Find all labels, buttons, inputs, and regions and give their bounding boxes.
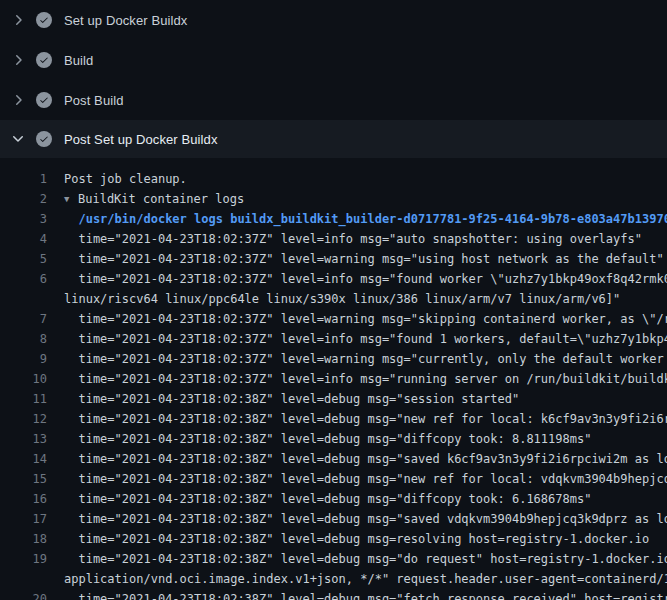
step-title: Post Set up Docker Buildx: [64, 132, 218, 147]
log-text: time="2021-04-23T18:02:38Z" level=debug …: [64, 589, 667, 600]
log-row: 16 time="2021-04-23T18:02:38Z" level=deb…: [0, 489, 667, 509]
chevron-down-icon: [10, 131, 26, 147]
log-row: 3 /usr/bin/docker logs buildx_buildkit_b…: [0, 209, 667, 229]
log-group-caret-icon[interactable]: ▼: [64, 189, 78, 209]
log-row: 5 time="2021-04-23T18:02:37Z" level=warn…: [0, 249, 667, 269]
step-title: Set up Docker Buildx: [64, 13, 187, 28]
line-number[interactable]: 1: [0, 169, 47, 189]
log-row: 7 time="2021-04-23T18:02:37Z" level=warn…: [0, 309, 667, 329]
log-text: time="2021-04-23T18:02:37Z" level=info m…: [64, 329, 667, 349]
log-text: time="2021-04-23T18:02:38Z" level=debug …: [64, 509, 667, 529]
log-row: 11 time="2021-04-23T18:02:38Z" level=deb…: [0, 389, 667, 409]
line-number[interactable]: 4: [0, 229, 47, 249]
step-title: Post Build: [64, 93, 124, 108]
line-number[interactable]: 9: [0, 349, 47, 369]
log-row: 6 time="2021-04-23T18:02:37Z" level=info…: [0, 269, 667, 289]
log-text: time="2021-04-23T18:02:37Z" level=warnin…: [64, 249, 664, 269]
line-number[interactable]: 17: [0, 509, 47, 529]
log-row: 18 time="2021-04-23T18:02:38Z" level=deb…: [0, 529, 667, 549]
log-text: time="2021-04-23T18:02:38Z" level=debug …: [64, 529, 649, 549]
line-number[interactable]: 15: [0, 469, 47, 489]
log-text: time="2021-04-23T18:02:37Z" level=warnin…: [64, 349, 667, 369]
line-number[interactable]: 19: [0, 549, 47, 569]
check-circle-icon: [36, 92, 52, 108]
log-text: ▼BuildKit container logs: [64, 189, 244, 209]
log-text: time="2021-04-23T18:02:37Z" level=warnin…: [64, 309, 667, 329]
check-circle-icon: [36, 131, 52, 147]
chevron-right-icon: [10, 92, 26, 108]
log-row: 10 time="2021-04-23T18:02:37Z" level=inf…: [0, 369, 667, 389]
line-number[interactable]: 18: [0, 529, 47, 549]
step-row-build[interactable]: Build: [0, 40, 667, 80]
log-text: time="2021-04-23T18:02:37Z" level=info m…: [64, 369, 667, 389]
log-text: time="2021-04-23T18:02:38Z" level=debug …: [64, 469, 667, 489]
log-row: 19 time="2021-04-23T18:02:38Z" level=deb…: [0, 549, 667, 569]
log-row: 20 time="2021-04-23T18:02:38Z" level=deb…: [0, 589, 667, 600]
line-number[interactable]: 14: [0, 449, 47, 469]
line-number[interactable]: 2: [0, 189, 47, 209]
log-text: time="2021-04-23T18:02:38Z" level=debug …: [64, 549, 667, 569]
step-list: Set up Docker BuildxBuildPost BuildPost …: [0, 0, 667, 158]
log-text: time="2021-04-23T18:02:38Z" level=debug …: [64, 489, 591, 509]
line-number: [0, 569, 47, 589]
check-circle-icon: [36, 52, 52, 68]
log-text: time="2021-04-23T18:02:37Z" level=info m…: [64, 229, 642, 249]
line-number: [0, 289, 47, 309]
log-row: 8 time="2021-04-23T18:02:37Z" level=info…: [0, 329, 667, 349]
log-text: time="2021-04-23T18:02:37Z" level=info m…: [64, 269, 667, 289]
line-number[interactable]: 6: [0, 269, 47, 289]
step-row-post-set-up-docker-buildx[interactable]: Post Set up Docker Buildx: [0, 120, 667, 158]
step-row-set-up-docker-buildx[interactable]: Set up Docker Buildx: [0, 0, 667, 40]
line-number[interactable]: 3: [0, 209, 47, 229]
log-row: linux/riscv64 linux/ppc64le linux/s390x …: [0, 289, 667, 309]
log-command-text: /usr/bin/docker logs buildx_buildkit_bui…: [64, 209, 667, 229]
log-text: time="2021-04-23T18:02:38Z" level=debug …: [64, 389, 519, 409]
log-area: 1Post job cleanup.2▼BuildKit container l…: [0, 158, 667, 600]
log-text: linux/riscv64 linux/ppc64le linux/s390x …: [64, 289, 620, 309]
log-text: time="2021-04-23T18:02:38Z" level=debug …: [64, 449, 667, 469]
chevron-right-icon: [10, 12, 26, 28]
line-number[interactable]: 10: [0, 369, 47, 389]
step-row-post-build[interactable]: Post Build: [0, 80, 667, 120]
log-row: 2▼BuildKit container logs: [0, 189, 667, 209]
line-number[interactable]: 20: [0, 589, 47, 600]
line-number[interactable]: 13: [0, 429, 47, 449]
log-row: 13 time="2021-04-23T18:02:38Z" level=deb…: [0, 429, 667, 449]
log-row: 12 time="2021-04-23T18:02:38Z" level=deb…: [0, 409, 667, 429]
log-row: 14 time="2021-04-23T18:02:38Z" level=deb…: [0, 449, 667, 469]
actions-log-viewer: Set up Docker BuildxBuildPost BuildPost …: [0, 0, 667, 600]
line-number[interactable]: 8: [0, 329, 47, 349]
log-row: 17 time="2021-04-23T18:02:38Z" level=deb…: [0, 509, 667, 529]
log-row: 9 time="2021-04-23T18:02:37Z" level=warn…: [0, 349, 667, 369]
log-group-title: BuildKit container logs: [78, 192, 244, 206]
line-number[interactable]: 7: [0, 309, 47, 329]
line-number[interactable]: 12: [0, 409, 47, 429]
log-text: application/vnd.oci.image.index.v1+json,…: [64, 569, 667, 589]
log-row: application/vnd.oci.image.index.v1+json,…: [0, 569, 667, 589]
log-text: time="2021-04-23T18:02:38Z" level=debug …: [64, 429, 591, 449]
line-number[interactable]: 16: [0, 489, 47, 509]
log-text: time="2021-04-23T18:02:38Z" level=debug …: [64, 409, 667, 429]
log-row: 15 time="2021-04-23T18:02:38Z" level=deb…: [0, 469, 667, 489]
log-row: 1Post job cleanup.: [0, 169, 667, 189]
step-title: Build: [64, 53, 93, 68]
line-number[interactable]: 5: [0, 249, 47, 269]
line-number[interactable]: 11: [0, 389, 47, 409]
log-text: Post job cleanup.: [64, 169, 187, 189]
log-row: 4 time="2021-04-23T18:02:37Z" level=info…: [0, 229, 667, 249]
chevron-right-icon: [10, 52, 26, 68]
check-circle-icon: [36, 12, 52, 28]
